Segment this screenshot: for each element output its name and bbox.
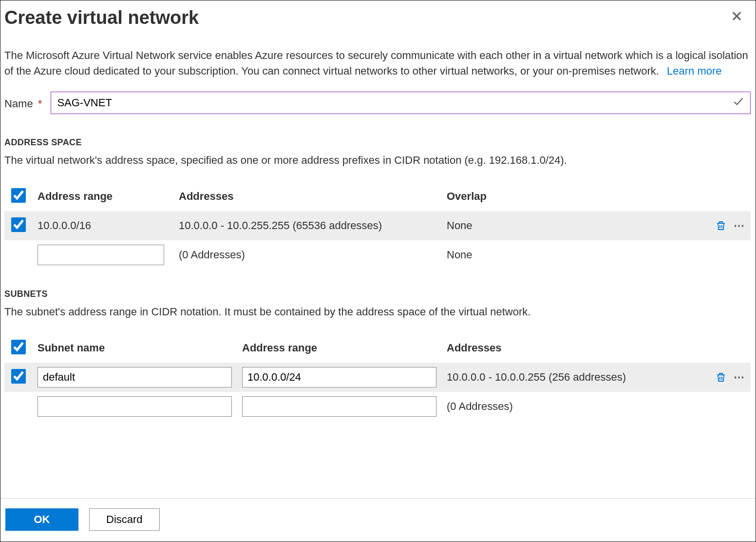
delete-address-button[interactable] <box>714 219 728 232</box>
subnet-name-input[interactable] <box>38 367 232 387</box>
subnets-header-row: Subnet name Address range Addresses <box>4 333 751 363</box>
address-row-overlap: None <box>447 219 707 232</box>
learn-more-link[interactable]: Learn more <box>667 65 722 77</box>
col-overlap: Overlap <box>447 190 707 203</box>
trash-icon <box>715 371 727 383</box>
subnet-select-all-checkbox[interactable] <box>11 340 26 354</box>
panel-header: Create virtual network ✕ <box>0 0 756 30</box>
name-label-text: Name <box>4 97 33 110</box>
subnet-row-addresses: 10.0.0.0 - 10.0.0.255 (256 addresses) <box>447 371 707 384</box>
name-field-row: Name * <box>4 92 751 114</box>
name-input-wrap <box>51 92 751 114</box>
panel-footer: OK Discard <box>0 498 756 542</box>
address-row: 10.0.0.0/16 10.0.0.0 - 10.0.255.255 (655… <box>4 211 751 240</box>
trash-icon <box>715 220 727 232</box>
subnet-row: 10.0.0.0 - 10.0.0.255 (256 addresses) ⋯ <box>4 363 751 392</box>
name-input[interactable] <box>51 92 751 114</box>
close-button[interactable]: ✕ <box>729 5 745 26</box>
address-space-heading: ADDRESS SPACE <box>4 137 751 148</box>
ok-button[interactable]: OK <box>5 508 78 531</box>
address-space-header-row: Address range Addresses Overlap <box>4 182 751 211</box>
delete-subnet-button[interactable] <box>714 370 728 384</box>
col-subnet-name: Subnet name <box>38 342 242 354</box>
ellipsis-icon: ⋯ <box>734 219 745 232</box>
discard-button[interactable]: Discard <box>89 508 160 531</box>
new-address-addresses: (0 Addresses) <box>179 249 447 261</box>
address-new-row: (0 Addresses) None <box>4 240 751 270</box>
subnets-description: The subnet's address range in CIDR notat… <box>4 304 751 320</box>
col-addresses: Addresses <box>179 190 447 203</box>
address-row-checkbox[interactable] <box>11 217 26 232</box>
subnet-row-more-button[interactable]: ⋯ <box>733 370 745 385</box>
col-subnet-range: Address range <box>242 342 447 354</box>
ellipsis-icon: ⋯ <box>734 371 745 383</box>
subnets-table: Subnet name Address range Addresses 10.0… <box>4 333 751 421</box>
subnets-heading: SUBNETS <box>4 289 751 299</box>
new-address-range-input[interactable] <box>38 245 164 265</box>
address-row-range: 10.0.0.0/16 <box>38 219 179 232</box>
intro-text: The Microsoft Azure Virtual Network serv… <box>4 49 748 77</box>
new-subnet-addresses: (0 Addresses) <box>447 400 707 413</box>
name-label: Name * <box>4 96 42 110</box>
panel-body: The Microsoft Azure Virtual Network serv… <box>0 30 756 498</box>
address-select-all-checkbox[interactable] <box>11 188 26 203</box>
subnet-new-row: (0 Addresses) <box>4 392 751 421</box>
subnet-row-checkbox[interactable] <box>11 369 26 384</box>
new-subnet-name-input[interactable] <box>38 396 232 417</box>
new-subnet-range-input[interactable] <box>242 396 436 417</box>
panel-title: Create virtual network <box>4 5 199 30</box>
intro-paragraph: The Microsoft Azure Virtual Network serv… <box>4 48 751 79</box>
address-row-more-button[interactable]: ⋯ <box>733 218 745 233</box>
new-address-overlap: None <box>447 249 707 261</box>
address-row-addresses: 10.0.0.0 - 10.0.255.255 (65536 addresses… <box>179 219 447 232</box>
required-asterisk: * <box>38 97 42 110</box>
subnet-range-input[interactable] <box>242 367 436 387</box>
col-subnet-addresses: Addresses <box>447 342 707 354</box>
col-address-range: Address range <box>38 190 179 203</box>
close-icon: ✕ <box>731 8 743 24</box>
address-space-description: The virtual network's address space, spe… <box>4 153 751 168</box>
address-space-table: Address range Addresses Overlap 10.0.0.0… <box>4 182 751 270</box>
create-vnet-panel: Create virtual network ✕ The Microsoft A… <box>0 0 756 542</box>
